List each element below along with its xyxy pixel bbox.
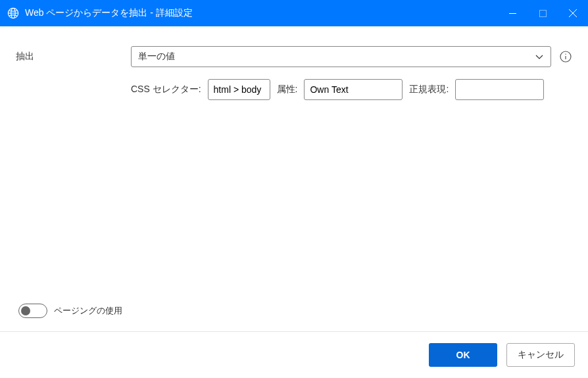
cancel-button[interactable]: キャンセル	[506, 343, 575, 367]
extract-row: 抽出 単一の値	[16, 46, 572, 67]
paging-label: ページングの使用	[54, 305, 122, 317]
paging-toggle[interactable]	[18, 304, 47, 318]
svg-point-8	[565, 54, 566, 55]
regex-input[interactable]	[455, 79, 544, 100]
globe-icon	[7, 7, 20, 20]
extract-label: 抽出	[16, 51, 131, 63]
content-area: 抽出 単一の値 CSS セレクター: 属性: 正規表現: ページングの使用	[0, 26, 588, 331]
extract-select[interactable]: 単一の値	[131, 46, 551, 67]
minimize-button[interactable]	[497, 0, 527, 26]
css-selector-input[interactable]	[208, 79, 270, 100]
maximize-button	[527, 0, 558, 26]
chevron-down-icon	[535, 52, 544, 61]
attribute-label: 属性:	[277, 84, 298, 95]
close-button[interactable]	[558, 0, 588, 26]
footer-buttons: OK キャンセル	[0, 332, 588, 378]
selector-row: CSS セレクター: 属性: 正規表現:	[16, 79, 572, 100]
css-selector-label: CSS セレクター:	[131, 84, 201, 95]
window-title: Web ページからデータを抽出 - 詳細設定	[25, 7, 497, 19]
attribute-input[interactable]	[304, 79, 403, 100]
titlebar: Web ページからデータを抽出 - 詳細設定	[0, 0, 588, 26]
regex-label: 正規表現:	[409, 84, 449, 95]
window-controls	[497, 0, 588, 26]
ok-button[interactable]: OK	[429, 343, 497, 367]
svg-rect-4	[539, 10, 546, 16]
paging-row: ページングの使用	[16, 304, 572, 331]
info-icon[interactable]	[559, 50, 572, 63]
toggle-knob	[21, 306, 30, 315]
extract-select-value: 単一の値	[138, 51, 175, 63]
